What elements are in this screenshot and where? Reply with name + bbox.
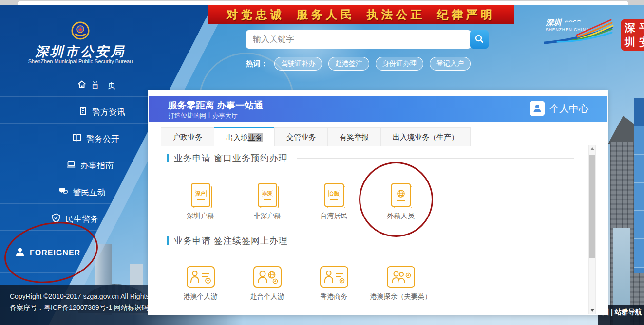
book-icon [72, 133, 82, 145]
hot-word-driver-license[interactable]: 驾驶证补办 [274, 57, 322, 71]
search-input[interactable] [246, 30, 471, 49]
sidebar-item-home[interactable]: 首 页 [77, 79, 116, 91]
org-name-en: ShenZhen Municipal Public Security Burea… [5, 58, 156, 64]
footer-links[interactable]: 图 | 站群导航 [602, 308, 642, 317]
chat-icon [58, 186, 68, 199]
service-hk-macau-family-visit[interactable]: 港澳探亲（夫妻类） [367, 266, 434, 301]
tab-exit-entry-production[interactable]: 出入境业务（生产） [380, 127, 471, 146]
user-icon [530, 101, 545, 116]
police-emblem [71, 21, 90, 42]
shield-icon [51, 213, 61, 225]
portal-header: 服务零距离 办事一站通 打造便捷的网上办事大厅 个人中心 [149, 96, 607, 122]
sidebar-item-police-openness[interactable]: 警务公开 [72, 133, 119, 145]
service-foreign-national[interactable]: 外籍人员 [367, 183, 434, 220]
person-icon [15, 247, 25, 259]
scrollbar-down-arrow[interactable] [589, 307, 595, 314]
hot-word-id-card[interactable]: 身份证办理 [376, 57, 423, 71]
section-divider-line [297, 241, 574, 241]
portal-title: 服务零距离 办事一站通 [168, 99, 263, 112]
icp-record-line: 备案序号：粤ICP备12007389号-1 网站标识码：44 [10, 304, 163, 312]
booklet-taiwan-resident-icon: 台胞 [324, 183, 344, 207]
right-edge-panel [634, 98, 644, 273]
sidebar-item-foreigner[interactable]: FOREIGNER [15, 247, 80, 259]
service-portal-panel: 服务零距离 办事一站通 打造便捷的网上办事大厅 个人中心 户政业务 出入境业务 … [148, 90, 608, 315]
booklet-nonlocal-resident-icon: 非深 [258, 183, 277, 207]
search-icon [474, 34, 485, 46]
hot-words-label: 热词： [246, 59, 268, 69]
city-logo-en-text: SHENZHEN CHINA [546, 27, 589, 32]
panel-scrollbar[interactable] [588, 145, 596, 314]
service-taiwan-individual-travel[interactable]: 赴台个人游 [234, 266, 301, 301]
sidebar-item-service-guide[interactable]: 办事指南 [66, 160, 114, 172]
tab-exit-entry-services[interactable]: 出入境业务 [214, 127, 275, 146]
search-button[interactable] [470, 30, 489, 49]
laptop-icon [66, 160, 76, 172]
service-taiwan-resident[interactable]: 台胞 台湾居民 [301, 183, 367, 220]
tab-traffic-services[interactable]: 交管业务 [274, 127, 328, 146]
scrollbar-up-arrow[interactable] [589, 145, 595, 152]
section-accent-bar [167, 154, 169, 162]
tab-bar: 户政业务 出入境业务 交管业务 有奖举报 出入境业务（生产） [161, 127, 471, 146]
tab-content: 业务申请 窗口业务预约办理 深户 深圳户籍 非深 非深户籍 [167, 152, 579, 316]
slogan-banner: 对党忠诚 服务人民 执法公正 纪律严明 [208, 5, 514, 24]
scrollbar-thumb[interactable] [589, 155, 595, 258]
tab-household-services[interactable]: 户政业务 [161, 127, 214, 146]
portal-subtitle: 打造便捷的网上办事大厅 [168, 111, 238, 120]
org-name-cn: 深圳市公安局 [19, 43, 141, 60]
city-logo-cn-text: 深圳 [545, 18, 562, 27]
shenzhen-seal: 深 平 圳 安 [621, 19, 644, 51]
user-center-label: 个人中心 [549, 102, 588, 115]
shenzhen-city-logo: 深圳 SHENZHEN CHINA [544, 18, 614, 50]
hot-words-row: 热词： 驾驶证补办 赴港签注 身份证办理 登记入户 [246, 57, 471, 71]
section-window-appointment-title: 业务申请 窗口业务预约办理 [167, 152, 579, 164]
hot-word-hk-endorsement[interactable]: 赴港签注 [328, 57, 369, 71]
page: 图 | 站群导航 深圳市公安局 ShenZhen Municipal Publi… [0, 0, 644, 325]
news-icon [78, 106, 88, 118]
service-hongkong-business[interactable]: 香港商务 [301, 266, 367, 301]
sidebar-item-livelihood-police[interactable]: 民生警务 [51, 213, 98, 225]
service-row-appointment: 深户 深圳户籍 非深 非深户籍 台胞 [167, 183, 579, 220]
booklet-globe-icon [391, 183, 411, 207]
tab-reward-report[interactable]: 有奖举报 [327, 127, 381, 146]
card-person-globe-icon [253, 266, 282, 288]
service-nonlocal-resident[interactable]: 非深 非深户籍 [234, 183, 301, 220]
section-divider-line [297, 158, 574, 159]
booklet-shenzhen-resident-icon: 深户 [191, 183, 210, 207]
section-accent-bar [167, 236, 169, 245]
service-hk-macau-individual-travel[interactable]: 港澳个人游 [167, 266, 234, 301]
copyright-line: CopyRight ©2010-2017 szga.gov.cn All Rig… [10, 292, 156, 300]
hot-word-household-registration[interactable]: 登记入户 [430, 57, 471, 71]
card-person-lines-icon [320, 266, 348, 288]
user-center-button[interactable]: 个人中心 [530, 101, 588, 116]
browser-chrome-strip [0, 0, 644, 5]
service-row-endorsement: 港澳个人游 赴台个人游 香港商务 [167, 266, 579, 301]
card-two-persons-icon [387, 266, 415, 288]
home-icon [77, 79, 87, 91]
selected-text-highlight: 业务 [248, 133, 263, 142]
card-person-plus-icon [187, 266, 215, 288]
sidebar-item-police-news[interactable]: 警方资讯 [78, 106, 125, 118]
section-online-endorsement-title: 业务申请 签注续签网上办理 [167, 235, 579, 247]
sidebar-item-police-interaction[interactable]: 警民互动 [58, 186, 106, 199]
service-shenzhen-resident[interactable]: 深户 深圳户籍 [167, 183, 234, 220]
browser-chrome-bar [18, 1, 628, 5]
